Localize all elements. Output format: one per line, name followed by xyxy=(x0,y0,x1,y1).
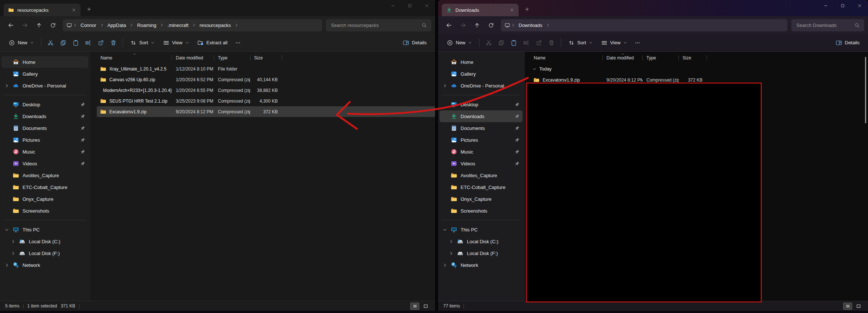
refresh-button[interactable] xyxy=(485,19,497,31)
column-header-type[interactable]: Type xyxy=(643,52,679,63)
tab-resourcepacks[interactable]: resourcepacks xyxy=(4,4,81,16)
sidebar-item-local-disk-c[interactable]: Local Disk (C:) xyxy=(446,235,523,247)
sidebar-item-etc-cobalt-capture[interactable]: ETC-Cobalt_Capture xyxy=(440,181,523,193)
sidebar-item-gallery[interactable]: Gallery xyxy=(1,68,88,80)
sidebar-item-gallery[interactable]: Gallery xyxy=(440,68,523,80)
sidebar-item-avolites-capture[interactable]: Avolites_Capture xyxy=(1,169,88,181)
cut-button[interactable] xyxy=(44,37,57,49)
breadcrumb[interactable]: Connor AppData Roaming .minecraft resour… xyxy=(63,19,322,31)
sidebar-item-home[interactable]: Home xyxy=(440,56,523,68)
sidebar-item-local-disk-f[interactable]: Local Disk (F:) xyxy=(446,247,523,259)
breadcrumb-item-downloads[interactable]: Downloads xyxy=(516,22,545,29)
column-header-date[interactable]: Date modified xyxy=(172,52,214,63)
column-header-name[interactable]: Name xyxy=(530,52,603,63)
table-row[interactable]: Xray_Ultimate_1.20.1_v4.2.5 1/12/2024 8:… xyxy=(97,63,435,74)
back-button[interactable] xyxy=(443,19,455,31)
sidebar-item-this-pc[interactable]: This PC xyxy=(440,224,523,235)
sidebar-item-pictures[interactable]: Pictures xyxy=(1,134,88,146)
sidebar-item-onedrive[interactable]: OneDrive - Personal xyxy=(1,80,88,92)
maximize-button[interactable] xyxy=(834,0,851,11)
sidebar-item-music[interactable]: Music xyxy=(440,146,523,158)
column-header-type[interactable]: Type xyxy=(214,52,250,63)
column-header-date[interactable]: Date modified xyxy=(603,52,643,63)
column-header-size[interactable]: Size xyxy=(679,52,707,63)
minimize-button[interactable] xyxy=(384,0,401,11)
details-pane-button[interactable]: Details xyxy=(831,37,864,49)
sidebar-item-onedrive[interactable]: OneDrive - Personal xyxy=(440,80,523,92)
search-box[interactable] xyxy=(326,19,431,31)
sidebar-item-videos[interactable]: Videos xyxy=(1,158,88,169)
new-button[interactable]: New xyxy=(4,37,38,49)
breadcrumb-item-minecraft[interactable]: .minecraft xyxy=(165,22,191,29)
maximize-button[interactable] xyxy=(401,0,418,11)
share-button[interactable] xyxy=(95,37,107,49)
breadcrumb[interactable]: Downloads xyxy=(501,19,787,31)
search-input[interactable] xyxy=(330,22,421,28)
sidebar-item-desktop[interactable]: Desktop xyxy=(1,99,88,110)
sidebar-item-home[interactable]: Home xyxy=(1,56,88,68)
cut-button[interactable] xyxy=(482,37,495,49)
tab-downloads[interactable]: Downloads xyxy=(442,4,519,16)
extract-all-button[interactable]: Extract all xyxy=(193,37,232,49)
breadcrumb-item-roaming[interactable]: Roaming xyxy=(134,22,159,29)
forward-button[interactable] xyxy=(19,19,31,31)
group-header-today[interactable]: Today xyxy=(530,63,868,75)
sidebar-item-documents[interactable]: Documents xyxy=(440,122,523,134)
view-button[interactable]: View xyxy=(159,37,193,49)
table-row-selected[interactable]: Excavatorsv1.9.zip 9/20/2024 8:12 PM Com… xyxy=(97,106,435,117)
sidebar-item-music[interactable]: Music xyxy=(1,146,88,158)
back-button[interactable] xyxy=(5,19,17,31)
rename-button[interactable] xyxy=(82,37,95,49)
close-button[interactable] xyxy=(851,0,868,11)
sort-button[interactable]: Sort xyxy=(564,37,597,49)
search-box[interactable] xyxy=(791,19,864,31)
sidebar-item-downloads-selected[interactable]: Downloads xyxy=(440,110,523,122)
sidebar-item-network[interactable]: Network xyxy=(1,259,88,271)
more-options-button[interactable] xyxy=(631,37,644,49)
new-tab-button[interactable] xyxy=(84,4,94,14)
copy-button[interactable] xyxy=(495,37,508,49)
minimize-button[interactable] xyxy=(817,0,834,11)
large-icons-view-toggle[interactable] xyxy=(421,303,430,310)
sidebar-item-onyx-capture[interactable]: Onyx_Capture xyxy=(1,193,88,205)
table-row[interactable]: Excavatorsv1.9.zip 9/20/2024 8:12 PM Com… xyxy=(530,75,868,85)
sidebar-item-desktop[interactable]: Desktop xyxy=(440,99,523,110)
search-input[interactable] xyxy=(796,22,854,28)
sidebar-item-avolites-capture[interactable]: Avolites_Capture xyxy=(440,169,523,181)
sidebar-item-documents[interactable]: Documents xyxy=(1,122,88,134)
table-row[interactable]: Canvas v256 Up.60.zip 1/20/2024 6:52 PM … xyxy=(97,74,435,85)
sidebar-item-screenshots[interactable]: Screenshots xyxy=(440,205,523,217)
column-header-name[interactable]: Name xyxy=(97,52,172,63)
paste-button[interactable] xyxy=(69,37,82,49)
sidebar-item-downloads[interactable]: Downloads xyxy=(1,110,88,122)
sort-button[interactable]: Sort xyxy=(126,37,159,49)
view-button[interactable]: View xyxy=(597,37,631,49)
details-view-toggle[interactable] xyxy=(843,303,852,310)
breadcrumb-item-connor[interactable]: Connor xyxy=(78,22,99,29)
table-row[interactable]: ModernArch+R233+[1.20.3-1.20.4]+[128x...… xyxy=(97,85,435,96)
sidebar-item-screenshots[interactable]: Screenshots xyxy=(1,205,88,217)
large-icons-view-toggle[interactable] xyxy=(854,303,863,310)
up-button[interactable] xyxy=(471,19,483,31)
tab-close-icon[interactable] xyxy=(70,6,78,14)
rename-button[interactable] xyxy=(520,37,533,49)
more-options-button[interactable] xyxy=(232,37,244,49)
share-button[interactable] xyxy=(533,37,545,49)
sidebar-item-videos[interactable]: Videos xyxy=(440,158,523,169)
column-header-size[interactable]: Size xyxy=(250,52,282,63)
sidebar-item-onyx-capture[interactable]: Onyx_Capture xyxy=(440,193,523,205)
delete-button[interactable] xyxy=(107,37,120,49)
sidebar-item-network[interactable]: Network xyxy=(440,259,523,271)
new-button[interactable]: New xyxy=(442,37,476,49)
sidebar-item-local-disk-c[interactable]: Local Disk (C:) xyxy=(8,235,88,247)
sidebar-item-this-pc[interactable]: This PC xyxy=(1,224,88,235)
vertical-scrollbar[interactable] xyxy=(865,57,866,123)
sidebar-item-pictures[interactable]: Pictures xyxy=(440,134,523,146)
details-pane-button[interactable]: Details xyxy=(399,37,431,49)
breadcrumb-item-resourcepacks[interactable]: resourcepacks xyxy=(197,22,233,29)
sidebar-item-etc-cobalt-capture[interactable]: ETC-Cobalt_Capture xyxy=(1,181,88,193)
tab-close-icon[interactable] xyxy=(508,6,516,14)
breadcrumb-item-appdata[interactable]: AppData xyxy=(105,22,129,29)
table-row[interactable]: SEUS PTGI HRR Test 2.1.zip 3/25/2023 9:0… xyxy=(97,96,435,106)
sidebar-item-local-disk-f[interactable]: Local Disk (F:) xyxy=(8,247,88,259)
